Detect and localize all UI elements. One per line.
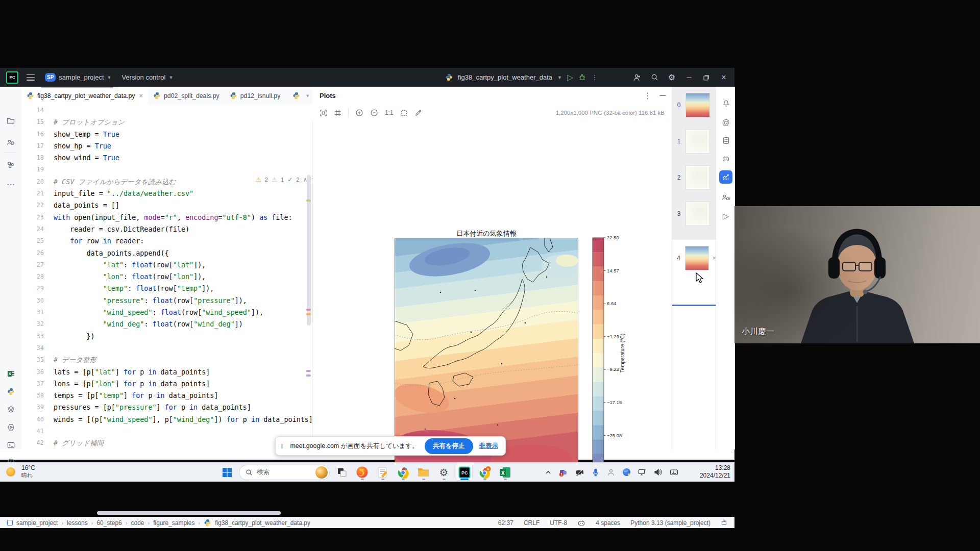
plot-thumbnail-0[interactable]: 0 (672, 87, 716, 123)
editor-vscrollbar[interactable] (307, 175, 311, 325)
plot-thumbnail-3[interactable]: 3 (672, 195, 716, 232)
fit-zoom-icon[interactable] (320, 109, 327, 117)
status-item[interactable]: 62:37 (498, 519, 513, 527)
status-item[interactable]: CRLF (524, 519, 540, 527)
debug-button[interactable] (578, 73, 586, 81)
person-tray-icon[interactable] (607, 468, 615, 477)
settings-app[interactable]: ⚙ (435, 464, 452, 481)
breadcrumb-item[interactable]: figure_samples (153, 519, 194, 527)
run-tool-icon[interactable] (4, 420, 17, 434)
more-actions-icon[interactable]: ⋮ (591, 73, 598, 81)
close-tab-icon[interactable]: × (139, 92, 143, 99)
terminal-tool-icon[interactable] (4, 438, 17, 452)
settings-icon[interactable]: ⚙ (665, 71, 678, 84)
stop-sharing-button[interactable]: 共有を停止 (425, 438, 473, 454)
zoom-out-icon[interactable] (370, 109, 378, 117)
tray-expand-icon[interactable] (545, 469, 552, 476)
editor-tab-0[interactable]: fig38_cartpy_plot_weather_data.py× (21, 87, 148, 105)
search-everywhere-icon[interactable] (648, 71, 661, 84)
breadcrumb[interactable]: sample_project›lessons›60_step6›code›fig… (0, 519, 310, 527)
structure-tool-icon[interactable] (4, 158, 17, 171)
chrome-profile-app[interactable]: k (476, 464, 493, 481)
plot-thumbnail-2[interactable]: 2 (672, 159, 716, 195)
ai-status-icon[interactable] (577, 519, 585, 527)
meeting-tool-icon[interactable] (719, 191, 732, 204)
excel-app[interactable]: X (497, 464, 513, 481)
main-menu-icon[interactable] (27, 74, 35, 81)
teams-tray-icon[interactable]: 1 (559, 468, 568, 477)
editor-tab-1[interactable]: pd02_split_deals.py (148, 87, 225, 105)
speaker-tray-icon[interactable] (654, 468, 663, 477)
pycharm-app[interactable]: PC (456, 464, 473, 481)
display-tray-icon[interactable] (638, 468, 647, 477)
thumbnail-image[interactable] (685, 129, 710, 154)
start-button[interactable] (218, 464, 235, 481)
grid-frame-icon[interactable] (334, 109, 341, 117)
ai-assistant-icon[interactable]: @ (719, 115, 732, 129)
run-button[interactable]: ▷ (567, 72, 573, 82)
thumbnail-image[interactable] (685, 93, 710, 117)
notifications-bell-icon[interactable] (719, 96, 732, 109)
thumbnail-image[interactable] (685, 246, 709, 270)
firefox-app[interactable] (354, 464, 371, 481)
status-item[interactable]: UTF-8 (550, 519, 567, 527)
meet-camera-tray-icon[interactable] (575, 468, 584, 477)
ime-tray-icon[interactable] (670, 468, 678, 477)
hidden-tabs-chevron-icon[interactable]: ▼ (305, 93, 310, 98)
run-anything-icon[interactable]: ▷ (719, 209, 732, 222)
restore-button[interactable] (700, 71, 713, 84)
notes-app[interactable] (374, 464, 391, 481)
plots-options-icon[interactable]: ⋮ (644, 91, 652, 101)
services-layers-icon[interactable] (4, 403, 17, 416)
actual-size-button[interactable]: 1:1 (385, 109, 394, 116)
hide-link[interactable]: 非表示 (479, 442, 499, 450)
plot-thumbnail-1[interactable]: 1 (672, 123, 716, 159)
microphone-tray-icon[interactable] (592, 468, 600, 477)
search-input[interactable]: 検索 (239, 465, 330, 480)
project-widget[interactable]: SP sample_project ▼ (40, 68, 116, 87)
vcs-widget[interactable]: Version control ▼ (116, 68, 178, 87)
plot-thumbnail-4[interactable]: 4× (672, 240, 716, 276)
thumbnail-image[interactable] (685, 165, 710, 190)
taskbar-clock[interactable]: 13:28 2024/12/21 (700, 464, 730, 480)
chevron-down-icon[interactable]: ▼ (557, 75, 562, 80)
search-daily-image[interactable] (315, 466, 328, 479)
drag-handle-icon[interactable]: ‖ (281, 442, 284, 450)
code-line-30: 30 "pressure": float(row["pressure"]), (21, 295, 312, 307)
chat-bot-icon[interactable] (719, 152, 732, 165)
svg-text:PC: PC (461, 470, 468, 475)
breadcrumb-item[interactable]: lessons (67, 519, 88, 527)
editor-tab-2[interactable]: pd12_isnull.py (225, 87, 286, 105)
database-tool-icon[interactable] (719, 134, 732, 147)
breadcrumb-item[interactable]: code (131, 519, 144, 527)
region-select-icon[interactable] (400, 109, 408, 117)
lock-icon[interactable] (721, 519, 727, 527)
globe-tray-icon[interactable] (622, 468, 631, 477)
explorer-app[interactable] (415, 464, 432, 481)
zoom-in-icon[interactable] (355, 109, 363, 117)
breadcrumb-item[interactable]: sample_project (16, 519, 58, 527)
edit-figure-icon[interactable] (414, 109, 422, 117)
breadcrumb-item[interactable]: 60_step6 (96, 519, 121, 527)
excel-tool-icon[interactable]: X (4, 367, 17, 380)
code-editor[interactable]: 1415# プロットオプション16show_temp = True17show_… (21, 105, 312, 449)
status-item[interactable]: Python 3.13 (sample_project) (630, 519, 710, 527)
status-item[interactable]: 4 spaces (596, 519, 620, 527)
project-tool-icon[interactable] (4, 114, 17, 128)
breadcrumb-item[interactable]: fig38_cartpy_plot_weather_data.py (215, 519, 310, 527)
project-tool-icon (7, 117, 15, 125)
python-packages-icon[interactable] (4, 385, 17, 398)
close-button[interactable]: × (717, 71, 730, 84)
task-view-button[interactable] (333, 464, 350, 481)
editor-hscrollbar[interactable] (97, 511, 281, 515)
code-with-me-icon[interactable] (630, 71, 644, 84)
plots-tool-icon[interactable] (719, 170, 732, 184)
plots-hide-icon[interactable]: ─ (660, 91, 666, 101)
minimize-button[interactable]: ─ (682, 71, 696, 84)
more-tools-icon[interactable]: ⋯ (4, 178, 17, 191)
chrome-share-app[interactable] (395, 464, 411, 481)
run-config-name[interactable]: fig38_cartpy_plot_weather_data (458, 73, 552, 81)
thumbnail-image[interactable] (685, 202, 710, 226)
pull-requests-icon[interactable]: ? (4, 136, 17, 149)
taskbar-weather-widget[interactable]: 16°C 晴れ (4, 464, 35, 479)
